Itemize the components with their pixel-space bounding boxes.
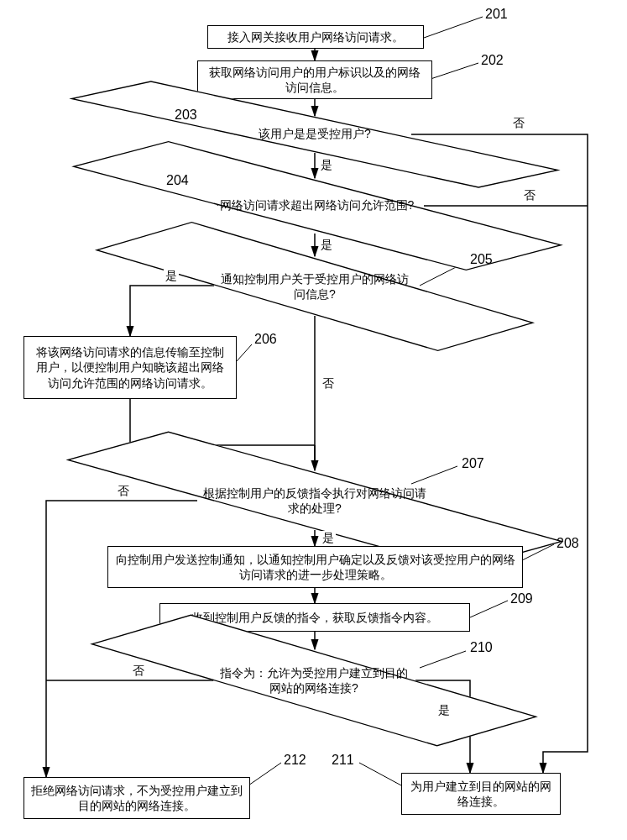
node-203: 该用户是是受控用户? [218,116,411,153]
flowchart-canvas: 接入网关接收用户网络访问请求。 201 获取网络访问用户的用户标识以及的网络访问… [0,0,627,840]
node-202-text: 获取网络访问用户的用户标识以及的网络访问信息。 [205,65,425,95]
node-207: 根据控制用户的反馈指令执行对网络访问请求的处理? [197,470,432,531]
node-210-text: 指令为：允许为受控用户建立到目的网站的网络连接? [212,666,416,696]
num-207: 207 [462,456,484,471]
num-212: 212 [284,753,306,768]
node-211: 为用户建立到目的网站的网络连接。 [401,773,561,815]
node-205-text: 通知控制用户关于受控用户的网络访问信息? [214,272,415,302]
node-206: 将该网络访问请求的信息传输至控制用户，以便控制用户知晓该超出网络访问允许范围的网… [24,336,237,399]
label-205-yes: 是 [164,269,179,284]
label-207-no: 否 [116,484,131,499]
num-211: 211 [332,753,354,768]
svg-line-18 [420,651,466,668]
svg-line-20 [248,763,281,785]
node-211-text: 为用户建立到目的网站的网络连接。 [409,779,553,809]
svg-line-9 [424,17,483,38]
node-212-text: 拒绝网络访问请求，不为受控用户建立到目的网站的网络连接。 [31,783,243,813]
node-204-text: 网络访问请求超出网络访问允许范围? [206,198,428,213]
node-206-text: 将该网络访问请求的信息传输至控制用户，以便控制用户知晓该超出网络访问允许范围的网… [31,344,229,391]
svg-line-19 [359,763,401,785]
node-208: 向控制用户发送控制通知，以通知控制用户确定以及反馈对该受控用户的网络访问请求的进… [107,546,523,588]
num-201: 201 [485,7,508,22]
node-212: 拒绝网络访问请求，不为受控用户建立到目的网站的网络连接。 [24,777,250,819]
num-209: 209 [510,591,533,606]
node-201-text: 接入网关接收用户网络访问请求。 [227,29,404,45]
node-209-text: 收到控制用户反馈的指令，获取反馈指令内容。 [191,610,438,625]
node-210: 指令为：允许为受控用户建立到目的网站的网络连接? [212,649,416,711]
label-203-no: 否 [511,116,526,131]
node-204: 网络访问请求超出网络访问允许范围? [206,178,428,234]
label-207-yes: 是 [321,531,336,546]
num-204: 204 [166,173,189,188]
num-203: 203 [175,108,197,123]
label-204-yes: 是 [319,238,334,253]
num-208: 208 [556,536,579,551]
label-204-no: 否 [522,188,537,203]
node-202: 获取网络访问用户的用户标识以及的网络访问信息。 [197,60,432,99]
svg-line-10 [428,63,478,80]
label-203-yes: 是 [319,158,334,173]
node-208-text: 向控制用户发送控制通知，以通知控制用户确定以及反馈对该受控用户的网络访问请求的进… [115,552,515,582]
node-203-text: 该用户是是受控用户? [218,127,411,142]
node-205: 通知控制用户关于受控用户的网络访问信息? [214,257,415,316]
label-210-yes: 是 [436,703,452,718]
label-210-no: 否 [131,664,146,679]
node-201: 接入网关接收用户网络访问请求。 [207,25,424,49]
node-207-text: 根据控制用户的反馈指令执行对网络访问请求的处理? [197,486,432,516]
num-210: 210 [470,640,493,655]
svg-line-17 [470,601,508,617]
svg-line-14 [237,344,252,361]
num-206: 206 [254,332,277,347]
num-202: 202 [481,53,504,68]
num-205: 205 [470,252,493,267]
label-205-no: 否 [321,376,336,391]
